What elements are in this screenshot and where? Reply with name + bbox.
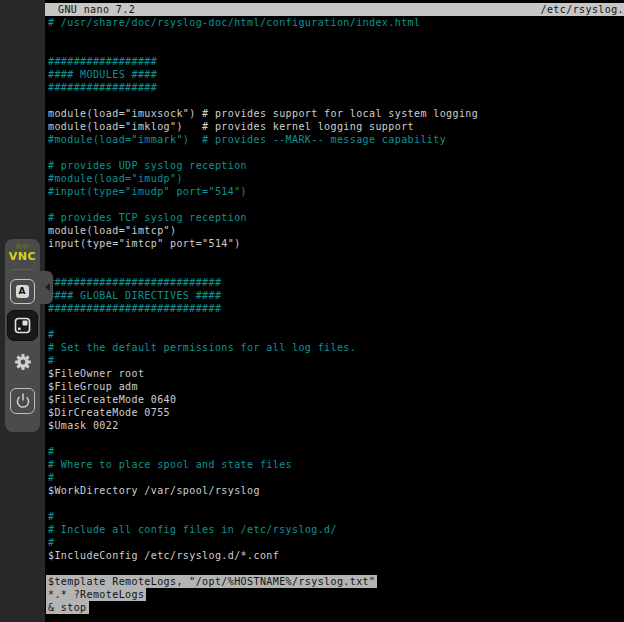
terminal-line bbox=[45, 198, 624, 211]
terminal-line: # bbox=[45, 510, 624, 523]
terminal-window: GNU nano 7.2 /etc/rsyslog. # /usr/share/… bbox=[45, 0, 624, 622]
terminal-line bbox=[45, 42, 624, 55]
terminal-line: #input(type="imudp" port="514") bbox=[45, 185, 624, 198]
terminal-line: # bbox=[45, 328, 624, 341]
terminal-line: #module(load="immark") # provides --MARK… bbox=[45, 133, 624, 146]
panel-divider bbox=[11, 269, 34, 270]
terminal-line: # Where to place spool and state files bbox=[45, 458, 624, 471]
terminal-line: $WorkDirectory /var/spool/rsyslog bbox=[45, 484, 624, 497]
novnc-control-bar: no VNC A bbox=[5, 239, 40, 432]
terminal-line: $template RemoteLogs, "/opt/%HOSTNAME%/r… bbox=[45, 575, 624, 588]
nano-filename-label: /etc/rsyslog. bbox=[541, 3, 624, 16]
fullscreen-icon bbox=[8, 311, 37, 340]
terminal-line: $DirCreateMode 0755 bbox=[45, 406, 624, 419]
terminal-line: # /usr/share/doc/rsyslog-doc/html/config… bbox=[45, 16, 624, 29]
terminal-line: # Include all config files in /etc/rsysl… bbox=[45, 523, 624, 536]
terminal-line: # bbox=[45, 354, 624, 367]
terminal-line: # bbox=[45, 445, 624, 458]
terminal-line bbox=[45, 263, 624, 276]
novnc-logo: no VNC bbox=[5, 243, 40, 262]
nano-buffer[interactable]: # /usr/share/doc/rsyslog-doc/html/config… bbox=[45, 16, 624, 614]
terminal-line: # bbox=[45, 471, 624, 484]
terminal-line: # Set the default permissions for all lo… bbox=[45, 341, 624, 354]
terminal-line: #module(load="imudp") bbox=[45, 172, 624, 185]
terminal-line: # bbox=[45, 536, 624, 549]
terminal-line: ########################### bbox=[45, 302, 624, 315]
keyboard-button[interactable]: A bbox=[10, 279, 35, 304]
terminal-line: $FileCreateMode 0640 bbox=[45, 393, 624, 406]
terminal-line: input(type="imtcp" port="514") bbox=[45, 237, 624, 250]
power-icon bbox=[11, 389, 34, 413]
terminal-line: ################# bbox=[45, 81, 624, 94]
terminal-line bbox=[45, 432, 624, 445]
terminal-line bbox=[45, 315, 624, 328]
terminal-line: $FileOwner root bbox=[45, 367, 624, 380]
control-bar-handle[interactable] bbox=[38, 271, 53, 304]
terminal-line: $IncludeConfig /etc/rsyslog.d/*.conf bbox=[45, 549, 624, 562]
terminal-line: #### GLOBAL DIRECTIVES #### bbox=[45, 289, 624, 302]
terminal-line: module(load="imtcp") bbox=[45, 224, 624, 237]
terminal-line bbox=[45, 497, 624, 510]
keyboard-key-icon: A bbox=[16, 285, 29, 298]
terminal-line bbox=[45, 29, 624, 42]
terminal-line bbox=[45, 94, 624, 107]
screen: GNU nano 7.2 /etc/rsyslog. # /usr/share/… bbox=[0, 0, 624, 622]
collapse-arrow-icon bbox=[45, 283, 50, 291]
terminal-line: # provides TCP syslog reception bbox=[45, 211, 624, 224]
nano-titlebar: GNU nano 7.2 /etc/rsyslog. bbox=[45, 3, 624, 16]
gear-icon bbox=[10, 349, 35, 375]
terminal-line: #### MODULES #### bbox=[45, 68, 624, 81]
settings-button[interactable] bbox=[10, 349, 35, 375]
terminal-line: $FileGroup adm bbox=[45, 380, 624, 393]
fullscreen-button[interactable] bbox=[7, 310, 38, 341]
terminal-line: module(load="imklog") # provides kernel … bbox=[45, 120, 624, 133]
nano-version-label: GNU nano 7.2 bbox=[58, 3, 135, 16]
terminal-line: module(load="imuxsock") # provides suppo… bbox=[45, 107, 624, 120]
terminal-line bbox=[45, 250, 624, 263]
terminal-line: # provides UDP syslog reception bbox=[45, 159, 624, 172]
terminal-line bbox=[45, 146, 624, 159]
terminal-line: ########################### bbox=[45, 276, 624, 289]
terminal-line: & stop bbox=[45, 601, 624, 614]
power-button[interactable] bbox=[10, 388, 35, 414]
terminal-line: ################# bbox=[45, 55, 624, 68]
terminal-line: $Umask 0022 bbox=[45, 419, 624, 432]
terminal-line bbox=[45, 562, 624, 575]
novnc-logo-vnc: VNC bbox=[5, 251, 40, 262]
terminal-line: *.* ?RemoteLogs bbox=[45, 588, 624, 601]
